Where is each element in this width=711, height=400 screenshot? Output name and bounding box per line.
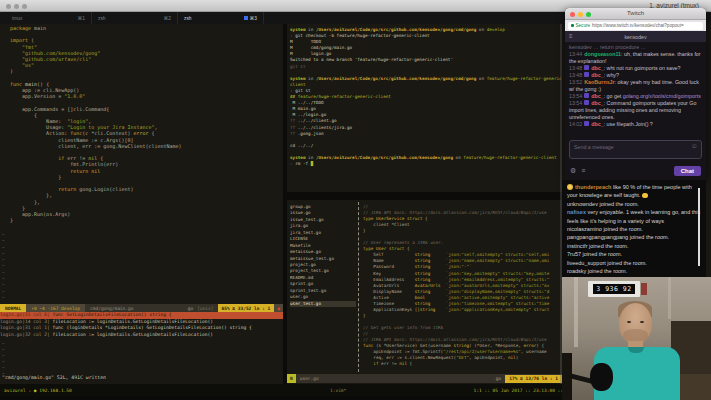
lock-icon [571, 24, 574, 28]
door-frame [668, 277, 671, 319]
chat-message: 14:02dbc_: use filepath.Join() ? [569, 121, 702, 128]
vim-statusline-main: NORMAL +0 ~4 -167 develop cmd/gong/main.… [0, 304, 283, 312]
chat-username[interactable]: dbc_ [591, 72, 603, 78]
gear-icon[interactable]: ⚙ [570, 167, 576, 175]
code-line: } [10, 217, 281, 223]
liveedu-scrollbar[interactable] [698, 188, 700, 266]
desktop: 1. avizurel (tmux) tmux⌘1zsh⌘2zsh⌘3 pack… [0, 0, 711, 400]
tmux-horizontal-divider[interactable] [287, 192, 562, 200]
chat-username[interactable]: KaoBurnsJr [584, 79, 614, 85]
viewer-list-icon[interactable]: ≡ [569, 31, 573, 42]
vim-pane-user-go[interactable]: group.goissue.goissue_test.gojira.gojira… [287, 200, 562, 384]
browser-titlebar: Twitch [565, 8, 706, 20]
chat-username[interactable]: dongseason11 [584, 51, 621, 57]
medal-icon [567, 184, 573, 190]
shell-pane[interactable]: system in /Users/avitzurel/Code/go/src/g… [287, 24, 562, 192]
chat-timestamp: 14:02 [569, 121, 582, 127]
code-line: › rm -f ▉ [290, 161, 561, 167]
liveedu-message: unknowndev joined the room. [567, 200, 701, 208]
vim-pane-main-go[interactable]: package main import ( "fmt" "github.com/… [0, 24, 283, 384]
chat-timestamp: 13:54 [569, 93, 582, 99]
smiley-emoji-icon [642, 193, 648, 199]
chat-input-placeholder: Send a message [574, 144, 614, 150]
chat-timestamp: 13:44 [569, 51, 582, 57]
zoom-window-icon[interactable] [586, 12, 591, 17]
close-window-icon[interactable] [6, 4, 11, 9]
chat-message: 13:48dbc_: why? [569, 72, 702, 79]
address-bar[interactable]: Secure https://www.twitch.tv/kensodev/ch… [568, 22, 703, 30]
vim-mode-indicator: NORMAL [0, 304, 26, 312]
cursor-position-indicator: 65% ≡ 33/52 ln : 1 [218, 304, 275, 312]
git-branch-segment: +0 ~4 -167 develop [26, 304, 85, 312]
terminal-tab[interactable]: zsh⌘3 [178, 12, 264, 24]
chat-username[interactable]: dbc_ [591, 65, 603, 71]
minimize-window-icon[interactable] [578, 12, 583, 17]
vim-mode-indicator: N [287, 374, 296, 383]
tmux-clock: 1:1 :: 05 Jun 2017 :: 23:13:00 :: [474, 388, 563, 393]
liveedu-username: nafisex [567, 209, 586, 215]
chat-username[interactable]: dbc_ [591, 93, 603, 99]
zoom-window-icon[interactable] [22, 4, 27, 9]
chat-input[interactable]: Send a message ☺ [569, 140, 702, 159]
vim-command-message: "cmd/gong/main.go" 52L, 491C written [2, 375, 106, 380]
vim-statusline-user: N user.go go 17% ≡ 13/76 ln : 1 [287, 374, 562, 383]
chat-send-button[interactable]: Chat [674, 166, 701, 176]
quickfix-window: login.go|31 col 6| func GetLoginDetailsF… [0, 312, 283, 338]
terminal-tab[interactable]: zsh⌘2 [92, 12, 178, 24]
liveedu-message: nicolaszamino joined the room. [567, 225, 701, 233]
code-line: ApplicationKeys []string `json:"applicat… [363, 307, 561, 313]
chat-username[interactable]: dbc_ [591, 121, 603, 127]
emote-picker-icon[interactable]: ☺ [691, 142, 698, 149]
liveedu-message: 7ru57 joined the room. [567, 250, 701, 258]
minimize-window-icon[interactable] [14, 4, 19, 9]
code-line: system in /Users/avitzurel/Code/go/src/g… [290, 155, 561, 161]
counter-digits: 3 936 92 [593, 284, 634, 294]
statusline-right: go [unix] 65% ≡ 33/52 ln : 1 ● [184, 304, 283, 312]
liveedu-message: pangpangpangpangpang joined the room. [567, 233, 701, 241]
statusline-right: go 17% ≡ 13/76 ln : 1 [492, 374, 562, 383]
liveedu-message: nafisex very enjoyable. 1 week in learni… [567, 208, 701, 225]
code-line: system in /Users/avitzurel/Code/go/src/g… [290, 76, 561, 82]
liveedu-message-list: thunderpeach like 90 % of the time peopl… [567, 183, 701, 275]
tmux-window-list[interactable]: 1:vim* [330, 388, 346, 393]
vim-split-separator[interactable] [358, 202, 359, 372]
empty-buffer-tildes: ~~~~~~~~~~~ [2, 232, 5, 301]
quickfix-row[interactable]: login.go|32 col 2| fileLocation := login… [0, 332, 283, 339]
filetype-indicator: go [492, 376, 505, 381]
close-window-icon[interactable] [570, 12, 575, 17]
chat-message: 13:48dbc_: wht not run goimports on save… [569, 65, 702, 72]
mod-badge-icon [584, 93, 589, 98]
browser-urlbar: Secure https://www.twitch.tv/kensodev/ch… [565, 20, 706, 31]
mod-badge-icon [584, 100, 589, 105]
chat-timestamp: 13:48 [569, 72, 582, 78]
twitch-chat-window: Twitch Secure https://www.twitch.tv/kens… [565, 8, 706, 180]
door-frame [574, 277, 578, 347]
file-item[interactable]: user_test.go [290, 301, 356, 307]
list-icon[interactable]: ≡ [581, 167, 585, 174]
terminal-tab[interactable]: tmux⌘1 [6, 12, 92, 24]
encoding-indicator: [unix] [197, 306, 217, 311]
channel-name: kensodev [565, 34, 706, 40]
main-go-code: package main import ( "fmt" "github.com/… [10, 25, 281, 303]
liveedu-chat-overlay: thunderpeach like 90 % of the time peopl… [562, 180, 706, 277]
chat-message: 13:54dbc_: Command goimports updates you… [569, 100, 702, 121]
secure-indicator: Secure [571, 23, 590, 28]
statusline-filename: user.go [296, 376, 323, 381]
liveedu-message: roadsky joined the room. [567, 267, 701, 275]
statusline-filename: cmd/gong/main.go [85, 306, 138, 311]
cursor-position-indicator: 17% ≡ 13/76 ln : 1 [505, 375, 562, 383]
chat-message: kensodev … return procedure … [569, 44, 702, 51]
chat-username[interactable]: dbc_ [591, 100, 603, 106]
chat-header: ≡ kensodev [565, 31, 706, 42]
chat-link[interactable]: golang.org/x/tools/cmd/goimports [623, 93, 701, 99]
chat-message-list: kensodev … return procedure …13:44dongse… [565, 42, 706, 138]
window-controls [6, 4, 27, 9]
mod-badge-icon [584, 65, 589, 70]
filetype-indicator: go [184, 306, 197, 311]
file-explorer: group.goissue.goissue_test.gojira.gojira… [290, 204, 356, 307]
chat-timestamp: 13:52 [569, 79, 582, 85]
person-eye [640, 321, 644, 323]
code-line: ~ [2, 295, 5, 301]
person-eye [627, 321, 631, 323]
chat-message: 13:44dongseason11: uh, that makes sense.… [569, 51, 702, 65]
